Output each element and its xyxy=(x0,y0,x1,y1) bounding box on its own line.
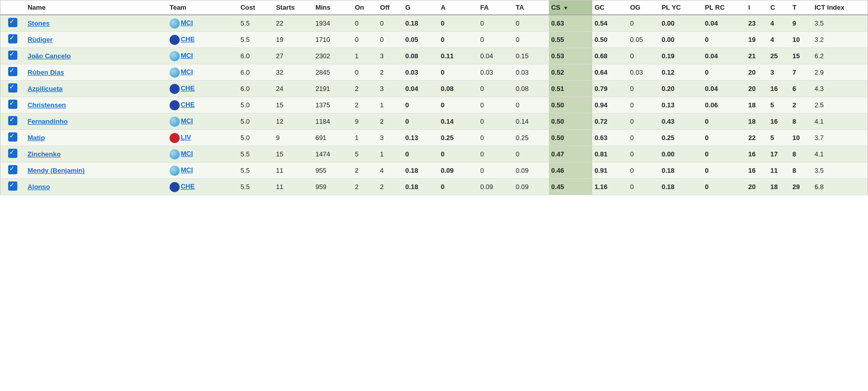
cell-pl_rc: 0 xyxy=(703,179,746,195)
bold-val-a: 0 xyxy=(441,19,444,27)
bold-val-g: 0.08 xyxy=(405,52,418,60)
player-name-cell: Stones xyxy=(26,15,167,32)
bold-val-g: 0.18 xyxy=(405,167,418,174)
player-name-link[interactable]: Christensen xyxy=(28,101,66,109)
team-link[interactable]: MCI xyxy=(181,166,193,174)
player-name-link[interactable]: Rúben Dias xyxy=(28,68,64,76)
bold-val-pl_yc: 0.00 xyxy=(662,150,674,158)
cell-pl_rc: 0 xyxy=(703,32,746,48)
cell-mins: 959 xyxy=(314,179,353,195)
cell-off: 3 xyxy=(378,48,403,64)
team-link[interactable]: MCI xyxy=(181,68,193,76)
cell-on: 1 xyxy=(353,48,378,64)
cell-fa: 0 xyxy=(478,163,514,179)
cell-pl_rc: 0 xyxy=(703,146,746,163)
cell-i: 18 xyxy=(746,97,768,113)
checkbox-icon[interactable] xyxy=(8,149,17,158)
cell-mins: 955 xyxy=(314,163,353,179)
checkbox-icon[interactable] xyxy=(8,51,17,60)
cell-mins: 1375 xyxy=(314,97,353,113)
cell-cs: 0.46 xyxy=(549,163,592,179)
checkbox-icon[interactable] xyxy=(8,116,17,125)
cell-off: 2 xyxy=(378,64,403,81)
table-row: RüdigerCHE5.5191710000.050000.550.500.05… xyxy=(1,32,868,48)
cell-fa: 0.04 xyxy=(478,48,514,64)
checkbox-icon[interactable] xyxy=(8,18,17,27)
team-link[interactable]: CHE xyxy=(181,35,195,43)
team-link[interactable]: MCI xyxy=(181,117,193,125)
cell-c: 11 xyxy=(768,163,790,179)
table-row: ZinchenkoMCI5.51514745100000.470.8100.00… xyxy=(1,146,868,163)
bold-val-cs: 0.52 xyxy=(551,68,564,76)
cell-pl_yc: 0.00 xyxy=(660,146,703,163)
bold-val-t: 15 xyxy=(792,52,800,60)
cell-on: 1 xyxy=(353,130,378,146)
team-cell: MCI xyxy=(167,15,238,32)
bold-val-cs: 0.46 xyxy=(551,167,564,174)
table-row: João CanceloMCI6.0272302130.080.110.040.… xyxy=(1,48,868,64)
player-name-link[interactable]: Zinchenko xyxy=(28,150,61,158)
cell-cost: 5.0 xyxy=(238,113,274,130)
cell-c: 25 xyxy=(768,48,790,64)
checkbox-icon[interactable] xyxy=(8,83,17,93)
bold-val-pl_yc: 0.20 xyxy=(662,85,674,93)
checkbox-icon[interactable] xyxy=(8,34,17,43)
player-name-link[interactable]: Rüdiger xyxy=(28,36,53,43)
player-name-link[interactable]: Stones xyxy=(28,19,50,27)
cell-pl_yc: 0.12 xyxy=(660,64,703,81)
cell-mins: 691 xyxy=(314,130,353,146)
team-link[interactable]: CHE xyxy=(181,101,195,108)
team-link[interactable]: CHE xyxy=(181,84,195,92)
player-name-link[interactable]: Mendy (Benjamin) xyxy=(28,167,85,174)
bold-val-pl_yc: 0.25 xyxy=(662,134,674,142)
cell-g: 0.18 xyxy=(403,163,439,179)
cell-g: 0.13 xyxy=(403,130,439,146)
cell-cs: 0.45 xyxy=(549,179,592,195)
cell-gc: 0.68 xyxy=(592,48,628,64)
team-link[interactable]: CHE xyxy=(181,182,195,190)
bold-val-c: 16 xyxy=(770,118,778,125)
header-cs[interactable]: CS ▼ xyxy=(549,1,592,15)
cell-off: 0 xyxy=(378,32,403,48)
header-team: Team xyxy=(167,1,238,15)
cell-og: 0 xyxy=(628,163,660,179)
player-name-cell: Azpilicueta xyxy=(26,81,167,97)
cell-pl_yc: 0.13 xyxy=(660,97,703,113)
player-name-link[interactable]: Matip xyxy=(28,134,45,142)
checkbox-icon[interactable] xyxy=(8,165,17,174)
cell-t: 10 xyxy=(790,32,812,48)
team-cell: MCI xyxy=(167,64,238,81)
player-name-link[interactable]: João Cancelo xyxy=(28,52,71,60)
header-checkbox xyxy=(1,1,26,15)
cell-og: 0 xyxy=(628,81,660,97)
cell-t: 2 xyxy=(790,97,812,113)
player-name-cell: Rúben Dias xyxy=(26,64,167,81)
bold-val-c: 4 xyxy=(770,19,774,27)
cell-og: 0 xyxy=(628,15,660,32)
bold-val-pl_rc: 0 xyxy=(705,134,709,142)
cell-fa: 0 xyxy=(478,15,514,32)
player-name-link[interactable]: Alonso xyxy=(28,183,50,191)
bold-val-c: 5 xyxy=(770,134,774,142)
team-link[interactable]: MCI xyxy=(181,52,193,59)
checkbox-icon[interactable] xyxy=(8,181,17,191)
row-checkbox-cell xyxy=(1,32,26,48)
cell-ta: 0 xyxy=(514,146,549,163)
team-color-dot xyxy=(170,100,180,110)
bold-val-i: 20 xyxy=(749,68,756,76)
checkbox-icon[interactable] xyxy=(8,100,17,109)
team-cell: CHE xyxy=(167,81,238,97)
cell-pl_rc: 0 xyxy=(703,163,746,179)
team-link[interactable]: MCI xyxy=(181,150,193,157)
checkbox-icon[interactable] xyxy=(8,67,17,76)
checkbox-icon[interactable] xyxy=(8,132,17,142)
cell-gc: 0.72 xyxy=(592,113,628,130)
bold-val-gc: 0.64 xyxy=(594,68,607,76)
cell-cost: 5.5 xyxy=(238,179,274,195)
player-name-link[interactable]: Fernandinho xyxy=(28,118,68,125)
bold-val-c: 25 xyxy=(770,52,778,60)
team-link[interactable]: LIV xyxy=(181,133,191,141)
team-link[interactable]: MCI xyxy=(181,19,193,27)
player-name-link[interactable]: Azpilicueta xyxy=(28,85,63,93)
cell-t: 8 xyxy=(790,146,812,163)
